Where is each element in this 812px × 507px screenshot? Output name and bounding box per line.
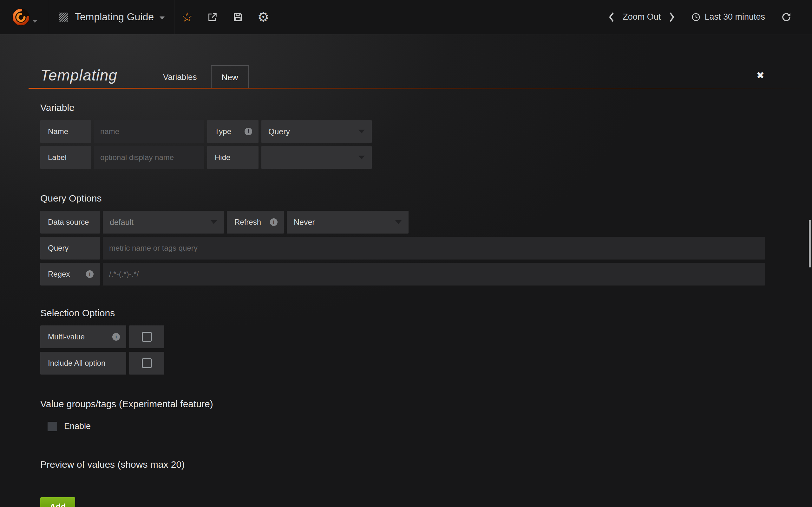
caret-down-icon — [358, 156, 365, 159]
variable-name-row: Name Type i Query — [40, 120, 812, 143]
type-label: Type i — [207, 120, 258, 143]
multi-value-checkbox-panel — [129, 326, 164, 348]
dashboard-title: Templating Guide — [75, 11, 154, 23]
regex-row: Regex i — [40, 263, 812, 285]
datasource-select[interactable]: default — [103, 211, 224, 233]
refresh-dashboard-button[interactable] — [779, 12, 794, 22]
variable-section: Variable Name Type i Query Label Hide — [40, 102, 812, 169]
save-icon — [233, 12, 243, 22]
enable-row: Enable — [40, 421, 812, 431]
navbar-actions: ☆ ⚙ — [174, 0, 276, 34]
save-dashboard-button[interactable] — [225, 0, 251, 34]
value-groups-heading: Value groups/tags (Experimental feature) — [40, 399, 812, 409]
multi-value-label: Multi-value i — [40, 326, 126, 348]
close-button[interactable]: ✖ — [757, 70, 764, 81]
label-label: Label — [40, 146, 91, 169]
regex-info-icon[interactable]: i — [86, 270, 94, 278]
clock-icon — [691, 12, 701, 22]
caret-down-icon — [211, 220, 217, 224]
dashboard-grid-icon — [58, 11, 69, 23]
star-icon: ☆ — [182, 11, 193, 23]
multi-value-info-icon[interactable]: i — [112, 333, 120, 341]
value-groups-section: Value groups/tags (Experimental feature)… — [40, 399, 812, 431]
hide-select[interactable] — [261, 146, 372, 169]
selection-options-heading: Selection Options — [40, 308, 812, 319]
tab-variables[interactable]: Variables — [155, 72, 205, 82]
chevron-right-icon — [668, 12, 675, 22]
page-title: Templating — [40, 66, 117, 84]
share-dashboard-button[interactable] — [200, 0, 225, 34]
type-select[interactable]: Query — [261, 120, 372, 143]
gear-icon: ⚙ — [257, 10, 269, 24]
include-all-row: Include All option — [40, 352, 812, 375]
templating-editor: Templating Variables New ✖ Variable Name… — [0, 34, 812, 507]
regex-label: Regex i — [40, 263, 100, 285]
query-row: Query — [40, 237, 812, 260]
multi-value-checkbox[interactable] — [142, 332, 152, 342]
caret-down-icon — [358, 130, 365, 133]
zoom-out-button[interactable]: Zoom Out — [623, 12, 661, 22]
multi-value-row: Multi-value i — [40, 326, 812, 348]
top-navbar: Templating Guide ☆ — [0, 0, 812, 34]
query-options-heading: Query Options — [40, 193, 812, 204]
type-info-icon[interactable]: i — [245, 128, 252, 135]
refresh-label: Refresh i — [227, 211, 284, 233]
label-input[interactable] — [94, 146, 204, 169]
enable-checkbox[interactable] — [48, 422, 57, 431]
regex-input[interactable] — [103, 263, 765, 285]
query-options-section: Query Options Data source default Refres… — [40, 193, 812, 285]
include-all-checkbox-panel — [129, 352, 164, 375]
tab-new[interactable]: New — [211, 65, 249, 89]
dashboard-caret-down-icon — [159, 16, 165, 19]
include-all-label: Include All option — [40, 352, 126, 375]
add-button[interactable]: Add — [40, 497, 75, 507]
grafana-logo-menu[interactable] — [0, 0, 48, 34]
enable-label: Enable — [64, 421, 91, 431]
query-input[interactable] — [103, 237, 765, 260]
share-icon — [207, 12, 218, 22]
scrollbar-thumb[interactable] — [809, 220, 811, 268]
refresh-icon — [781, 12, 792, 22]
variable-heading: Variable — [40, 102, 812, 113]
variable-label-row: Label Hide — [40, 146, 812, 169]
close-icon: ✖ — [757, 70, 764, 81]
datasource-row: Data source default Refresh i Never — [40, 211, 812, 233]
caret-down-icon — [395, 220, 402, 224]
name-label: Name — [40, 120, 91, 143]
templating-header: Templating Variables New ✖ — [40, 34, 812, 89]
datasource-label: Data source — [40, 211, 100, 233]
preview-section: Preview of values (shows max 20) — [40, 459, 812, 470]
hide-label: Hide — [207, 146, 258, 169]
dashboard-settings-button[interactable]: ⚙ — [251, 0, 276, 34]
preview-heading: Preview of values (shows max 20) — [40, 459, 812, 470]
navbar-time-controls: Zoom Out Last 30 minutes — [605, 0, 812, 34]
refresh-select[interactable]: Never — [287, 211, 409, 233]
query-label: Query — [40, 237, 100, 260]
selection-options-section: Selection Options Multi-value i Include … — [40, 308, 812, 375]
tab-underline — [29, 88, 812, 89]
chevron-left-icon — [608, 12, 615, 22]
logo-caret-down-icon — [33, 20, 37, 23]
grafana-logo-icon — [11, 7, 31, 27]
time-range-picker[interactable]: Last 30 minutes — [691, 12, 765, 22]
star-dashboard-button[interactable]: ☆ — [174, 0, 200, 34]
zoom-out-label: Zoom Out — [623, 12, 661, 22]
name-input[interactable] — [94, 120, 204, 143]
time-shift-back-button[interactable] — [605, 10, 618, 24]
refresh-info-icon[interactable]: i — [270, 218, 277, 226]
time-range-label: Last 30 minutes — [705, 12, 765, 22]
templating-tabs: Variables New — [155, 65, 249, 89]
dashboard-switcher[interactable]: Templating Guide — [48, 0, 174, 34]
include-all-checkbox[interactable] — [142, 358, 152, 368]
time-shift-forward-button[interactable] — [665, 10, 678, 24]
